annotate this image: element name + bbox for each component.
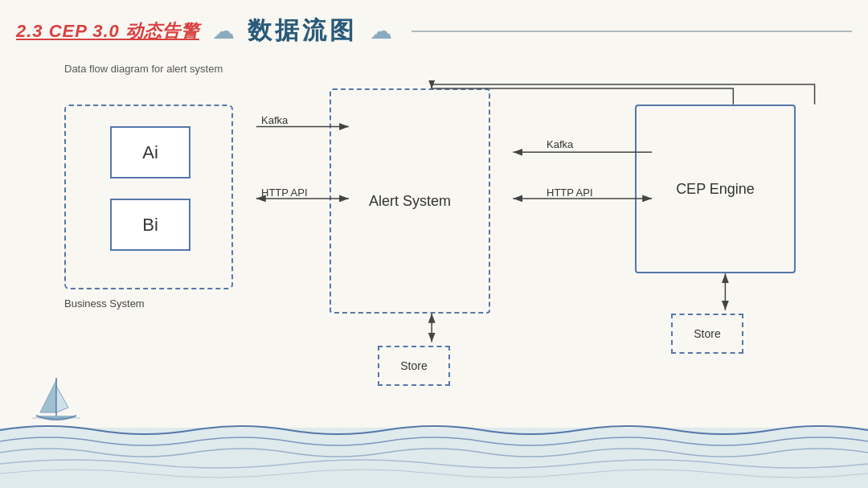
header-title-cn: 数据流图 (248, 14, 357, 47)
header-title-red: 2.3 CEP 3.0 动态告警 (16, 19, 199, 43)
cloud-icon-1: ☁ (212, 18, 235, 44)
http-api-label-right: HTTP API (547, 187, 593, 199)
cloud-icon-2: ☁ (370, 18, 392, 44)
alert-system-box: Alert System (330, 88, 490, 314)
alert-system-label: Alert System (369, 193, 451, 210)
http-api-label-left: HTTP API (261, 187, 308, 199)
bi-label: Bi (142, 215, 158, 236)
kafka-label-middle: Kafka (547, 138, 573, 150)
store-cep-box: Store (671, 314, 743, 354)
store-alert-box: Store (378, 346, 450, 386)
business-system-label: Business System (64, 297, 145, 310)
diagram-container: Ai Bi Business System Alert System CEP E… (48, 80, 852, 400)
ai-label: Ai (142, 142, 158, 163)
ocean (0, 400, 868, 488)
sailboat (32, 374, 80, 430)
store-alert-label: Store (400, 359, 427, 372)
kafka-label-top: Kafka (261, 114, 288, 126)
store-cep-label: Store (694, 327, 720, 340)
header-line (411, 31, 852, 32)
bi-box: Bi (110, 199, 190, 251)
svg-marker-14 (56, 386, 68, 412)
subtitle: Data flow diagram for alert system (64, 63, 223, 75)
cep-engine-label: CEP Engine (676, 181, 755, 198)
svg-marker-13 (40, 380, 56, 412)
cep-engine-box: CEP Engine (635, 105, 796, 273)
ai-box: Ai (110, 126, 190, 178)
business-system-box: Ai Bi (64, 105, 233, 289)
header: 2.3 CEP 3.0 动态告警 ☁ 数据流图 ☁ (16, 14, 852, 47)
